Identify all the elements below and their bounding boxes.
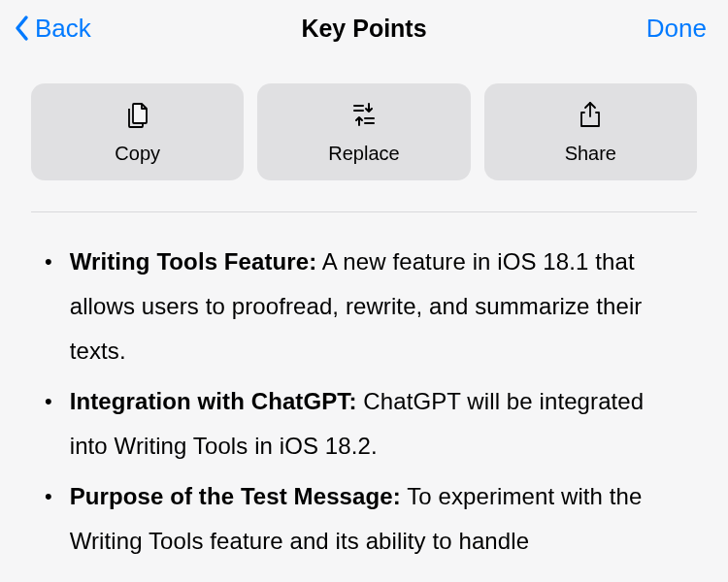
back-button[interactable]: Back <box>14 14 91 44</box>
list-item: • Purpose of the Test Message: To experi… <box>41 474 687 564</box>
replace-icon <box>349 100 379 129</box>
share-icon <box>576 100 605 129</box>
back-label: Back <box>35 14 91 44</box>
key-points-content: • Writing Tools Feature: A new feature i… <box>0 212 728 564</box>
copy-button[interactable]: Copy <box>31 83 244 180</box>
navigation-bar: Back Key Points Done <box>0 0 728 56</box>
action-toolbar: Copy Replace Share <box>0 56 728 202</box>
bullet-dot: • <box>45 474 52 564</box>
bullet-dot: • <box>45 240 52 373</box>
bullet-text: Purpose of the Test Message: To experime… <box>70 474 687 564</box>
bullet-list: • Writing Tools Feature: A new feature i… <box>41 240 687 564</box>
chevron-left-icon <box>14 15 31 42</box>
list-item: • Writing Tools Feature: A new feature i… <box>41 240 687 373</box>
copy-label: Copy <box>115 143 160 165</box>
share-button[interactable]: Share <box>484 83 697 180</box>
copy-icon <box>123 100 152 129</box>
bullet-text: Integration with ChatGPT: ChatGPT will b… <box>70 379 687 469</box>
share-label: Share <box>565 143 616 165</box>
replace-button[interactable]: Replace <box>257 83 470 180</box>
done-button[interactable]: Done <box>646 14 707 44</box>
bullet-text: Writing Tools Feature: A new feature in … <box>70 240 687 373</box>
page-title: Key Points <box>301 15 426 43</box>
replace-label: Replace <box>328 143 399 165</box>
list-item: • Integration with ChatGPT: ChatGPT will… <box>41 379 687 469</box>
bullet-dot: • <box>45 379 52 469</box>
